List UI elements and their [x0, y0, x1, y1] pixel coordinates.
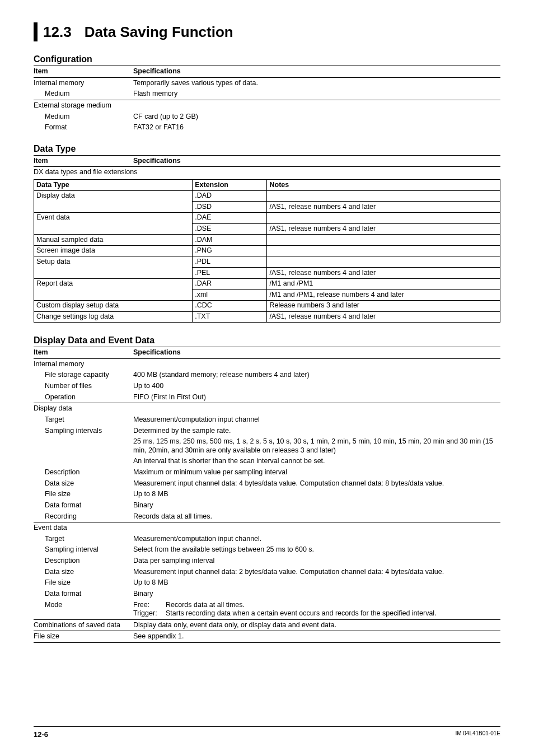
page: 12.3 Data Saving Function Configuration …: [0, 0, 534, 756]
cell-extension: .DAR: [193, 278, 267, 290]
table-row: Change settings log data.TXT/AS1, releas…: [34, 311, 500, 323]
cell-data-type: Setup data: [34, 256, 193, 278]
cell-extension: .PEL: [193, 268, 267, 279]
config-row: External storage medium: [34, 100, 500, 111]
cell-notes: [267, 212, 500, 223]
cell-notes: [267, 256, 500, 268]
title-heading: 12.3 Data Saving Function: [43, 23, 233, 41]
cell-data-type: Change settings log data: [34, 311, 193, 323]
th-extension: Extension: [193, 180, 267, 191]
title-number: 12.3: [43, 24, 72, 40]
header-spec: Specifications: [133, 67, 500, 76]
table-row: Report data.DAR/M1 and /PM1: [34, 278, 500, 290]
title-bar-icon: [34, 22, 38, 41]
config-row: Medium CF card (up to 2 GB): [34, 111, 500, 123]
table-row: Display data.DAD: [34, 190, 500, 202]
table-row: Screen image data.PNG: [34, 245, 500, 256]
cell-notes: [267, 190, 500, 202]
cell-notes: /AS1, release numbers 4 and later: [267, 223, 500, 235]
datatype-header-row: Item Specifications: [34, 156, 500, 167]
config-row: Medium Flash memory: [34, 88, 500, 100]
th-data-type: Data Type: [34, 180, 193, 191]
th-notes: Notes: [267, 180, 500, 191]
datatype-heading: Data Type: [34, 143, 500, 155]
cell-notes: /M1 and /PM1, release numbers 4 and late…: [267, 290, 500, 301]
table-row: Setup data.PDL: [34, 256, 500, 268]
filesize-row: File size See appendix 1.: [34, 631, 500, 642]
cell-extension: .TXT: [193, 311, 267, 323]
config-header-row: Item Specifications: [34, 66, 500, 77]
page-footer: 12-6 IM 04L41B01-01E: [34, 726, 500, 739]
cell-notes: [267, 235, 500, 246]
cell-extension: .DAE: [193, 212, 267, 223]
datatype-subhead: DX data types and file extensions: [34, 167, 500, 178]
table-row: Manual sampled data.DAM: [34, 235, 500, 246]
cell-notes: [267, 245, 500, 256]
page-number: 12-6: [34, 730, 48, 739]
cell-extension: .PNG: [193, 245, 267, 256]
cell-extension: .DAM: [193, 235, 267, 246]
cell-extension: .CDC: [193, 300, 267, 311]
cell-data-type: Custom display setup data: [34, 300, 193, 311]
display-header-row: Item Specifications: [34, 347, 500, 358]
cell-data-type: Manual sampled data: [34, 235, 193, 246]
cell-extension: .DSE: [193, 223, 267, 235]
cell-extension: .DAD: [193, 190, 267, 202]
table-row: Event data.DAE: [34, 212, 500, 223]
section-title: 12.3 Data Saving Function: [34, 22, 500, 41]
cell-data-type: Event data: [34, 212, 193, 234]
table-header-row: Data Type Extension Notes: [34, 180, 500, 191]
config-row: Format FAT32 or FAT16: [34, 122, 500, 133]
cell-notes: Release numbers 3 and later: [267, 300, 500, 311]
cell-notes: /M1 and /PM1: [267, 278, 500, 290]
cell-notes: /AS1, release numbers 4 and later: [267, 311, 500, 323]
combo-row: Combinations of saved data Display data …: [34, 620, 500, 631]
mode-row: Mode Free:Records data at all times. Tri…: [34, 600, 500, 619]
datatype-table: Data Type Extension Notes Display data.D…: [34, 179, 500, 323]
cell-notes: /AS1, release numbers 4 and later: [267, 268, 500, 279]
cell-extension: .xml: [193, 290, 267, 301]
config-heading: Configuration: [34, 54, 500, 65]
cell-data-type: Screen image data: [34, 245, 193, 256]
display-block: Internal memory File storage capacity400…: [34, 358, 500, 643]
cell-notes: /AS1, release numbers 4 and later: [267, 202, 500, 213]
title-text: Data Saving Function: [85, 24, 233, 40]
cell-extension: .DSD: [193, 202, 267, 213]
cell-data-type: Display data: [34, 190, 193, 212]
doc-number: IM 04L41B01-01E: [455, 730, 500, 739]
header-item: Item: [34, 67, 133, 76]
table-row: Custom display setup data.CDCRelease num…: [34, 300, 500, 311]
cell-extension: .PDL: [193, 256, 267, 268]
config-row: Internal memory Temporarily saves variou…: [34, 78, 500, 89]
cell-data-type: Report data: [34, 278, 193, 300]
display-heading: Display Data and Event Data: [34, 335, 500, 346]
